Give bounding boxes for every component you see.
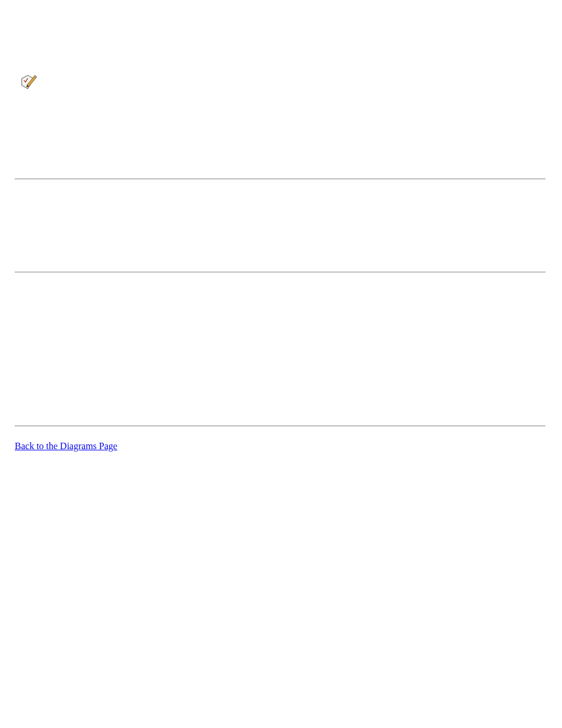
edit-icon — [20, 74, 38, 92]
back-to-diagrams-link[interactable]: Back to the Diagrams Page — [15, 441, 117, 452]
divider-1 — [15, 179, 546, 179]
divider-3 — [15, 426, 546, 426]
divider-2 — [15, 272, 546, 272]
page-container: Back to the Diagrams Page — [0, 0, 562, 728]
